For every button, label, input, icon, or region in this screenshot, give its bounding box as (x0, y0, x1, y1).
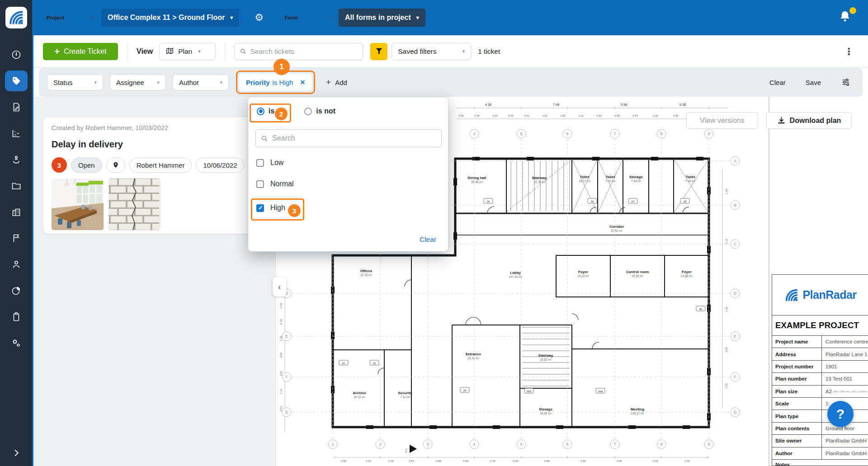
dimension-label: 0.30 (513, 460, 518, 462)
create-ticket-button[interactable]: + Create Ticket (43, 43, 118, 60)
sidebar-item-documents[interactable] (0, 173, 32, 199)
funnel-icon (375, 47, 383, 56)
option-label: Low (270, 159, 283, 167)
sidebar-item-tasks[interactable] (0, 304, 32, 330)
room-area-label: 14.86 m² (681, 274, 693, 278)
sidebar-item-dashboard[interactable] (0, 42, 32, 68)
saved-filters-label: Saved filters (398, 47, 436, 56)
checkbox-low[interactable] (256, 159, 264, 167)
pie-chart-icon (11, 285, 22, 296)
option-search (255, 129, 442, 147)
room-label: Meeting (631, 407, 644, 411)
assignee-pill: Robert Hammer (129, 158, 192, 173)
door-tag-label: 08 (684, 200, 687, 203)
operator-is-not-radio[interactable] (304, 108, 312, 115)
view-mode-value: Plan (178, 47, 192, 56)
filter-button[interactable] (370, 43, 387, 60)
clear-selection-link[interactable]: Clear (420, 235, 436, 244)
planradar-logo[interactable] (5, 7, 27, 28)
filter-chip-priority-active[interactable]: Priority is High ✕ (239, 74, 312, 91)
brand-name: PlanRadar (802, 288, 856, 301)
operator-is-radio[interactable] (257, 108, 264, 115)
sidebar-item-site[interactable] (0, 146, 32, 173)
project-selector[interactable]: Office Complex 11 > Ground Floor ▾ (101, 9, 239, 27)
sidebar-expand-button[interactable] (0, 448, 32, 458)
sidebar-item-contacts[interactable] (0, 251, 32, 278)
saved-filters-selector[interactable]: Saved filters ▾ (392, 43, 471, 60)
grid-row-label: C (734, 242, 737, 246)
help-button[interactable]: ? (827, 401, 854, 427)
room-area-label: 7.40 m² (605, 179, 616, 183)
sidebar-item-reports[interactable] (0, 278, 32, 304)
sidebar-item-statistics[interactable] (0, 120, 32, 146)
option-search-input[interactable] (272, 134, 436, 142)
sidebar-item-tickets[interactable] (0, 68, 32, 94)
option-low[interactable]: Low (256, 159, 283, 167)
room-area-label: 23.41 m² (467, 357, 479, 360)
topbar: Project Office Complex 11 > Ground Floor… (33, 0, 868, 35)
toolbar: + Create Ticket View Plan ▾ Saved filter… (33, 35, 868, 68)
filter-chip-author[interactable]: Author ▾ (173, 74, 229, 90)
sidebar-item-company[interactable] (0, 199, 32, 225)
planradar-swirl-icon (8, 9, 25, 26)
dimension-label: 5.38 (679, 103, 686, 107)
thumbnail-brick-wall[interactable] (108, 179, 160, 230)
dimension-label: 0.94 (463, 460, 468, 462)
more-options-kebab-icon[interactable]: ⋮ (844, 46, 854, 57)
grid-column-label: 4 (473, 132, 475, 136)
download-icon (777, 116, 786, 125)
save-filters-button[interactable]: Save (806, 79, 821, 86)
thumbnail-meeting-room[interactable] (52, 179, 104, 230)
ticket-count-badge: 3 (52, 157, 67, 173)
titleblock-row: Notes (772, 460, 868, 466)
room-area-label: 15.52 m² (540, 358, 552, 361)
notifications-button[interactable] (838, 9, 855, 26)
add-filter-label: Add (335, 79, 347, 86)
option-label: Normal (270, 180, 294, 188)
cracked-brick-wall-photo (108, 179, 159, 230)
sidebar-item-forms[interactable] (0, 94, 32, 120)
form-selector[interactable]: All forms in project ▾ (339, 9, 425, 27)
search-tickets-input[interactable] (250, 47, 358, 56)
priority-condition-label: is High (273, 79, 293, 86)
titleblock-rows: Project nameConference centreAddressPlan… (772, 336, 868, 466)
titleblock-row: Project nameConference centre (772, 336, 868, 348)
filter-chip-assignee[interactable]: Assignee ▾ (110, 74, 166, 90)
map-icon (165, 47, 174, 56)
room-area-label: 7.12 m² (400, 395, 410, 399)
option-high[interactable]: High (256, 204, 285, 212)
create-ticket-label: Create Ticket (64, 47, 106, 56)
room-label: Dining hall (468, 176, 486, 180)
project-selector-value: Office Complex 11 > Ground Floor (108, 14, 225, 22)
view-mode-selector[interactable]: Plan ▾ (159, 43, 216, 60)
filter-chip-status[interactable]: Status ▾ (47, 74, 103, 90)
door-tag-label: 09 (699, 308, 703, 311)
door-tag-label: 098 (598, 390, 603, 393)
chevron-down-icon: ▾ (157, 80, 160, 85)
titleblock-row: AddressPlanRadar Lane 1 (772, 348, 868, 360)
grid-row-label: F (734, 375, 736, 379)
clear-filters-button[interactable]: Clear (769, 79, 786, 86)
dimension-label: 0.30 (596, 114, 601, 117)
grid-column-label: 6 (566, 132, 568, 136)
project-settings-gear-icon[interactable]: ⚙ (255, 13, 264, 23)
dimension-label: 3.42 (617, 460, 622, 462)
chevron-down-icon: ▾ (230, 14, 233, 21)
checkbox-high-checked[interactable] (256, 204, 264, 212)
dimension-label: 1.11 (579, 114, 584, 117)
grid-row-label: E (285, 334, 288, 339)
grid-column-label: 3 (426, 442, 429, 447)
checkbox-normal[interactable] (256, 180, 264, 188)
clipboard-icon (11, 311, 22, 322)
sidebar-item-settings[interactable] (0, 330, 32, 356)
view-versions-button[interactable]: View versions (686, 112, 758, 129)
chip-label: Status (53, 79, 73, 86)
grid-column-label: 8 (660, 132, 662, 136)
remove-filter-close-icon[interactable]: ✕ (300, 79, 305, 86)
sidebar-item-flags[interactable] (0, 225, 32, 251)
collapse-panel-button[interactable]: ‹ (273, 277, 286, 297)
download-plan-button[interactable]: Download plan (766, 112, 852, 129)
filter-settings-button[interactable] (841, 77, 851, 87)
option-normal[interactable]: Normal (256, 180, 294, 188)
add-filter-button[interactable]: + Add (326, 77, 347, 87)
